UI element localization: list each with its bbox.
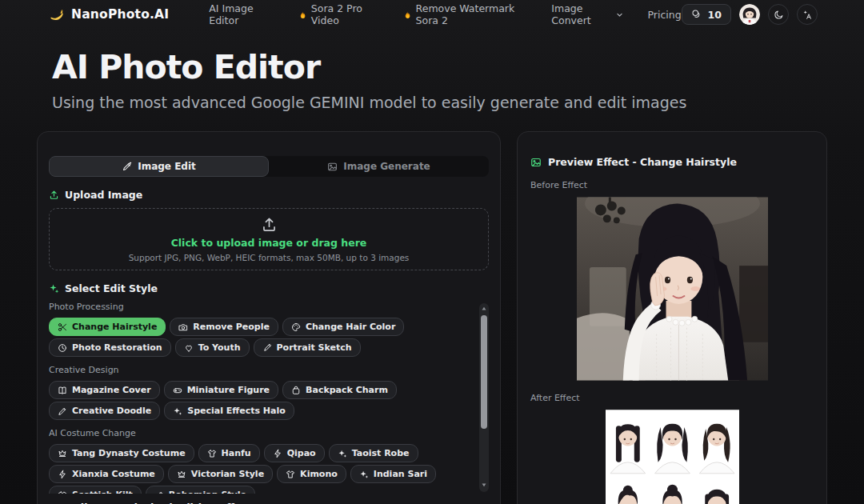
- category-photo-processing: Photo Processing Change Hairstyle Remove…: [49, 302, 473, 357]
- history-icon: [58, 343, 67, 353]
- chip-label: Photo Restoration: [72, 342, 162, 353]
- credits-badge[interactable]: 10: [682, 4, 731, 25]
- style-section-label: Select Edit Style: [49, 282, 489, 294]
- chip-label: Indian Sari: [374, 469, 427, 479]
- tab-image-edit[interactable]: Image Edit: [49, 156, 269, 177]
- upload-section-label: Upload Image: [49, 189, 489, 201]
- bolt-icon: [273, 449, 282, 458]
- chip-label: Qipao: [287, 448, 316, 458]
- style-chip-remove-people[interactable]: Remove People: [170, 318, 278, 336]
- tab-label: Image Generate: [343, 161, 430, 172]
- style-chip-miniature-figure[interactable]: Miniature Figure: [164, 381, 278, 399]
- style-chip-scottish-kilt[interactable]: Scottish Kilt: [49, 486, 142, 494]
- category-ai-costume-change: AI Costume Change Tang Dynasty Costume H…: [49, 428, 473, 494]
- avatar[interactable]: [739, 4, 760, 25]
- style-chip-change-hair-color[interactable]: Change Hair Color: [282, 318, 404, 336]
- style-chip-taoist-robe[interactable]: Taoist Robe: [329, 444, 418, 462]
- after-effect-image: [606, 410, 739, 504]
- chip-label: Taoist Robe: [352, 448, 410, 458]
- palette-icon: [291, 322, 301, 332]
- nav-link-image-convert[interactable]: Image Convert: [551, 2, 623, 26]
- camera-icon: [178, 322, 188, 332]
- style-chip-to-youth[interactable]: To Youth: [175, 338, 250, 357]
- scrollbar-thumb[interactable]: [481, 315, 487, 429]
- style-chip-special-effects-halo[interactable]: Special Effects Halo: [164, 402, 294, 420]
- upload-section-text: Upload Image: [65, 189, 142, 201]
- chip-label: Portrait Sketch: [277, 342, 352, 353]
- editor-tabs: Image Edit Image Generate: [49, 156, 489, 177]
- category-label: Creative Design: [49, 365, 473, 375]
- nav-link-label: Pricing: [647, 9, 681, 21]
- shirt-icon: [207, 449, 217, 458]
- avatar-image: [739, 4, 760, 25]
- theme-toggle-button[interactable]: [768, 4, 789, 25]
- nav-link-pricing[interactable]: Pricing: [647, 9, 681, 21]
- nav-link-ai-image-editor[interactable]: AI Image Editor: [209, 2, 274, 26]
- scroll-up-arrow-icon[interactable]: [481, 306, 487, 314]
- chip-label: Special Effects Halo: [187, 406, 286, 416]
- category-label: AI Costume Change: [49, 428, 473, 438]
- nav-link-remove-watermark[interactable]: Remove Watermark Sora 2: [403, 2, 528, 26]
- tab-image-generate[interactable]: Image Generate: [269, 156, 489, 177]
- style-chip-kimono[interactable]: Kimono: [277, 465, 346, 483]
- chip-label: Miniature Figure: [187, 385, 270, 395]
- style-chip-xianxia-costume[interactable]: Xianxia Costume: [49, 465, 164, 483]
- category-creative-design: Creative Design Magazine Cover Miniature…: [49, 365, 473, 420]
- category-label: Photo Processing: [49, 302, 473, 312]
- nav-link-label: Image Convert: [551, 2, 612, 26]
- style-chip-creative-doodle[interactable]: Creative Doodle: [49, 402, 160, 420]
- book-icon: [58, 386, 67, 395]
- crown-icon: [58, 449, 67, 458]
- hero: AI Photo Editor Using the most advanced …: [52, 48, 864, 111]
- before-effect-image: [577, 197, 768, 381]
- chip-label: Remove People: [193, 322, 270, 332]
- style-chip-magazine-cover[interactable]: Magazine Cover: [49, 381, 160, 399]
- gamepad-icon: [173, 386, 182, 395]
- fire-icon: [298, 10, 307, 19]
- style-chip-bohemian-style[interactable]: Bohemian Style: [146, 486, 255, 494]
- fire-icon: [403, 10, 412, 19]
- style-chip-qipao[interactable]: Qipao: [264, 444, 325, 462]
- shirt-icon: [286, 470, 295, 479]
- nav-link-sora-2-pro-video[interactable]: Sora 2 Pro Video: [298, 2, 379, 26]
- bolt-icon: [58, 470, 67, 479]
- brand-logo[interactable]: NanoPhoto.AI: [48, 6, 169, 23]
- style-chip-tang-dynasty-costume[interactable]: Tang Dynasty Costume: [49, 444, 194, 462]
- image-icon: [327, 162, 338, 172]
- heart-icon: [184, 343, 194, 353]
- tab-label: Image Edit: [138, 161, 196, 172]
- upload-tray-icon: [261, 216, 278, 233]
- style-chip-indian-sari[interactable]: Indian Sari: [350, 465, 436, 483]
- upload-dropzone[interactable]: Click to upload image or drag here Suppo…: [49, 208, 489, 270]
- style-chip-portrait-sketch[interactable]: Portrait Sketch: [254, 338, 361, 357]
- nav-link-label: AI Image Editor: [209, 2, 274, 26]
- sparkles-icon: [49, 283, 59, 294]
- preview-title-row: Preview Effect - Change Hairstyle: [530, 156, 814, 168]
- chip-label: Magazine Cover: [72, 385, 151, 395]
- style-chip-victorian-style[interactable]: Victorian Style: [168, 465, 273, 483]
- credits-count: 10: [708, 9, 722, 21]
- crown-icon: [177, 470, 186, 479]
- language-button[interactable]: [797, 4, 818, 25]
- brand-name: NanoPhoto.AI: [71, 7, 169, 22]
- chevron-down-icon: [616, 11, 623, 18]
- chip-label: Tang Dynasty Costume: [72, 448, 186, 458]
- chip-label: Scottish Kilt: [72, 490, 133, 494]
- chip-label: Kimono: [300, 469, 338, 479]
- preview-title: Preview Effect - Change Hairstyle: [548, 156, 737, 168]
- coins-icon: [691, 9, 702, 20]
- scroll-down-arrow-icon[interactable]: [481, 482, 487, 490]
- style-chip-hanfu[interactable]: Hanfu: [198, 444, 260, 462]
- style-chip-change-hairstyle[interactable]: Change Hairstyle: [49, 318, 166, 336]
- style-chip-backpack-charm[interactable]: Backpack Charm: [282, 381, 397, 399]
- style-chip-photo-restoration[interactable]: Photo Restoration: [49, 338, 171, 357]
- style-list-scrollbar[interactable]: [479, 303, 489, 492]
- preview-image-icon: [530, 157, 542, 168]
- style-section-text: Select Edit Style: [65, 282, 158, 294]
- wand-icon: [122, 162, 132, 172]
- editor-panel: Image Edit Image Generate Upload Image C…: [37, 131, 501, 504]
- chip-label: Hanfu: [222, 448, 251, 458]
- style-list: Photo Processing Change Hairstyle Remove…: [49, 302, 489, 494]
- translate-icon: [802, 10, 813, 20]
- chip-label: Victorian Style: [191, 469, 264, 479]
